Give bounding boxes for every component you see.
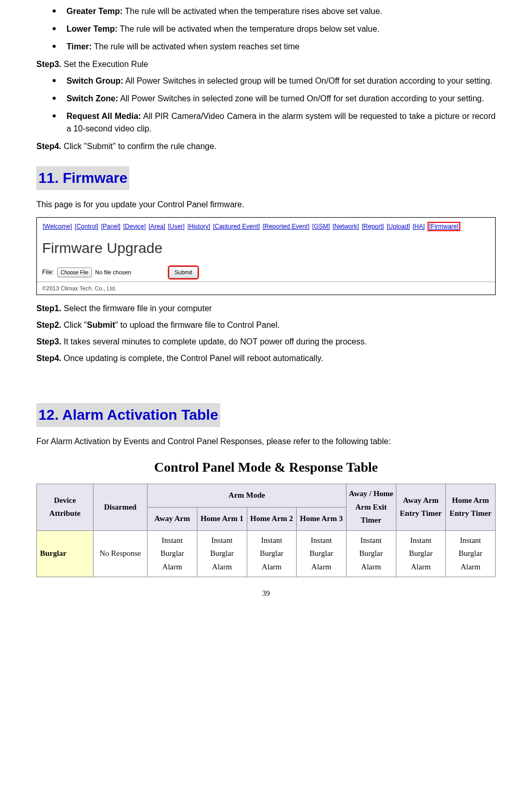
th-home-entry: Home Arm Entry Timer xyxy=(446,484,496,531)
nav-history[interactable]: [History] xyxy=(188,223,210,230)
cell-away-entry: Instant Burglar Alarm xyxy=(396,530,446,577)
th-exit-timer: Away / Home Arm Exit Timer xyxy=(346,484,396,531)
submit-button[interactable]: Submit xyxy=(169,266,198,278)
th-away-arm: Away Arm xyxy=(148,507,197,530)
cell-disarmed: No Response xyxy=(93,530,147,577)
cell-away-arm: Instant Burglar Alarm xyxy=(148,530,197,577)
section-12-heading: 12. Alarm Activation Table xyxy=(36,403,220,427)
nav-panel[interactable]: [Panel] xyxy=(101,223,121,230)
page-number: 39 xyxy=(36,588,496,599)
nav-reported-event[interactable]: [Reported Event] xyxy=(262,223,309,230)
th-home-arm-2: Home Arm 2 xyxy=(247,507,297,530)
step4-line: Step4. Click "Submit" to confirm the rul… xyxy=(36,140,496,153)
nav-firmware[interactable]: [Firmware] xyxy=(428,222,460,231)
fw-step1: Step1. Select the firmware file in your … xyxy=(36,302,496,315)
choose-file-button[interactable]: Choose File xyxy=(57,268,92,277)
th-device-attribute: Device Attribute xyxy=(37,484,94,531)
section-12-intro: For Alarm Activation by Events and Contr… xyxy=(36,435,496,448)
nav-captured-event[interactable]: [Captured Event] xyxy=(213,223,260,230)
bullet-lower-temp: Lower Temp: The rule will be activated w… xyxy=(52,23,496,35)
no-file-text: No file chosen xyxy=(95,268,131,277)
firmware-screenshot: [Welcome] [Control] [Panel] [Device] [Ar… xyxy=(36,217,496,295)
nav-control[interactable]: [Control] xyxy=(75,223,98,230)
th-away-entry: Away Arm Entry Timer xyxy=(396,484,446,531)
cell-home-entry: Instant Burglar Alarm xyxy=(446,530,496,577)
response-table: Device Attribute Disarmed Arm Mode Away … xyxy=(36,484,496,577)
cell-home-arm-2: Instant Burglar Alarm xyxy=(247,530,297,577)
step3-heading: Step3. Set the Execution Rule xyxy=(36,58,496,71)
bullet-timer: Timer: The rule will be activated when s… xyxy=(52,41,496,53)
cell-home-arm-1: Instant Burglar Alarm xyxy=(197,530,247,577)
th-arm-mode: Arm Mode xyxy=(148,484,347,508)
firmware-upgrade-title: Firmware Upgrade xyxy=(37,234,495,264)
cell-attr-burglar: Burglar xyxy=(37,530,94,577)
nav-area[interactable]: [Area] xyxy=(149,223,165,230)
execution-bullets: Switch Group: All Power Switches in sele… xyxy=(36,75,496,135)
nav-welcome[interactable]: [Welcome] xyxy=(43,223,72,230)
nav-report[interactable]: [Report] xyxy=(362,223,384,230)
cell-exit-timer: Instant Burglar Alarm xyxy=(346,530,396,577)
nav-bar: [Welcome] [Control] [Panel] [Device] [Ar… xyxy=(37,218,495,234)
nav-gsm[interactable]: [GSM] xyxy=(312,223,330,230)
bullet-switch-zone: Switch Zone: All Power Switches in selec… xyxy=(52,92,496,105)
copyright-text: ©2013 Climax Tech. Co., Ltd. xyxy=(37,282,495,295)
bullet-request-media: Request All Media: All PIR Camera/Video … xyxy=(52,110,496,135)
response-table-title: Control Panel Mode & Response Table xyxy=(36,457,496,477)
nav-network[interactable]: [Network] xyxy=(332,223,359,230)
th-home-arm-3: Home Arm 3 xyxy=(297,507,347,530)
table-row: Burglar No Response Instant Burglar Alar… xyxy=(37,530,496,577)
th-disarmed: Disarmed xyxy=(93,484,147,531)
nav-user[interactable]: [User] xyxy=(168,223,184,230)
nav-ha[interactable]: [HA] xyxy=(413,223,424,230)
section-11-heading: 11. Firmware xyxy=(36,166,129,190)
condition-bullets: Greater Temp: The rule will be activated… xyxy=(36,5,496,53)
file-label: File: xyxy=(42,268,54,277)
fw-step2: Step2. Click "Submit" to upload the firm… xyxy=(36,319,496,331)
cell-home-arm-3: Instant Burglar Alarm xyxy=(297,530,347,577)
bullet-switch-group: Switch Group: All Power Switches in sele… xyxy=(52,75,496,87)
nav-device[interactable]: [Device] xyxy=(123,223,145,230)
nav-upload[interactable]: [Upload] xyxy=(387,223,410,230)
fw-step4: Step4. Once updating is complete, the Co… xyxy=(36,352,496,365)
bullet-greater-temp: Greater Temp: The rule will be activated… xyxy=(52,5,496,18)
section-11-intro: This page is for you update your Control… xyxy=(36,198,496,211)
th-home-arm-1: Home Arm 1 xyxy=(197,507,247,530)
fw-step3: Step3. It takes several minutes to compl… xyxy=(36,336,496,348)
